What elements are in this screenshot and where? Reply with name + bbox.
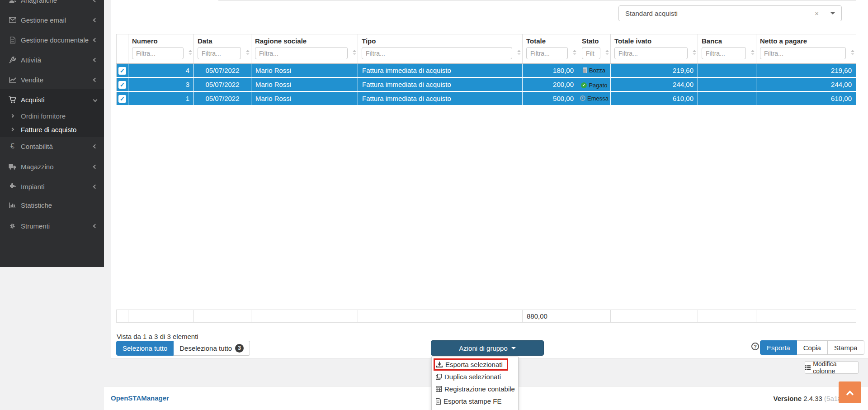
row-select-cell[interactable]: ✓ [117, 77, 128, 91]
sidebar-item-statistiche[interactable]: Statistiche [0, 198, 104, 212]
sidebar-item-anagrafiche[interactable]: Anagrafiche [0, 0, 104, 7]
table-row-selected[interactable]: ✓ 1 05/07/2022 Mario Rossi Fattura immed… [117, 91, 856, 105]
sidebar-item-acquisti[interactable]: Acquisti [0, 93, 104, 106]
menu-item-esporta-xml[interactable]: Esporta XML [432, 407, 518, 410]
cell-netto-a-pagare: 610,00 [756, 91, 856, 105]
table-totals-row: 880,00 [116, 310, 856, 323]
sort-icons[interactable] [851, 50, 854, 55]
sidebar-item-label: Contabilità [21, 143, 53, 150]
copy-icon [436, 374, 442, 380]
header-row: Numero Data Ragione sociale [117, 34, 856, 64]
sidebar-item-magazzino[interactable]: Magazzino [0, 160, 104, 173]
truck-icon [9, 164, 16, 170]
filter-input-totale[interactable] [526, 47, 568, 59]
check-square-icon: ✓ [118, 67, 126, 75]
filter-input-stato[interactable] [582, 47, 600, 59]
edit-columns-button[interactable]: Modifica colonne [805, 361, 859, 374]
group-actions-button[interactable]: Azioni di gruppo [431, 340, 544, 356]
filter-input-ragione-sociale[interactable] [255, 47, 348, 59]
export-button[interactable]: Esporta [760, 340, 797, 355]
help-icon[interactable]: ? [751, 343, 759, 350]
sort-icons[interactable] [605, 50, 609, 55]
sidebar-item-attivita[interactable]: Attività [0, 53, 104, 67]
row-select-cell[interactable]: ✓ [117, 63, 128, 77]
col-header-ragione-sociale[interactable]: Ragione sociale [251, 34, 358, 64]
cell-tipo: Fattura immediata di acquisto [358, 91, 523, 105]
menu-item-esporta-stampe-fe[interactable]: Esporta stampe FE [432, 395, 518, 407]
table-row-selected[interactable]: ✓ 4 05/07/2022 Mario Rossi Fattura immed… [117, 63, 856, 77]
cell-ragione-sociale: Mario Rossi [251, 63, 358, 77]
filter-input-banca[interactable] [702, 47, 746, 59]
filter-input-netto-a-pagare[interactable] [760, 47, 846, 59]
select-all-button[interactable]: Seleziona tutto [116, 341, 174, 356]
col-header-data[interactable]: Data [194, 34, 251, 64]
sidebar-subitem-fatture-di-acquisto[interactable]: Fatture di acquisto [0, 124, 104, 135]
cell-netto-a-pagare: 219,60 [756, 63, 856, 77]
chart-line-icon [9, 77, 16, 83]
row-select-cell[interactable]: ✓ [117, 91, 128, 105]
cell-numero: 3 [128, 77, 194, 91]
check-circle-icon: ✓ [581, 82, 587, 88]
sidebar-item-label: Impianti [21, 183, 45, 191]
sidebar-item-label: Attività [21, 56, 41, 64]
export-button-group: Esporta Copia Stampa [760, 340, 864, 355]
scroll-to-top-button[interactable] [839, 381, 861, 403]
sort-icons[interactable] [189, 50, 192, 55]
chevron-left-icon [93, 164, 98, 169]
cell-netto-a-pagare: 244,00 [756, 77, 856, 91]
sidebar-subitem-ordini-fornitore[interactable]: Ordini fornitore [0, 110, 104, 122]
totals-totale: 880,00 [523, 310, 578, 323]
col-header-select [117, 34, 128, 64]
sidebar-item-contabilita[interactable]: € Contabilità [0, 139, 104, 153]
clear-selection-icon[interactable]: × [815, 10, 819, 17]
cell-tipo: Fattura immediata di acquisto [358, 63, 523, 77]
status-badge: ✓Pagato [581, 82, 607, 89]
sort-icons[interactable] [693, 50, 696, 55]
cell-totale: 180,00 [523, 63, 578, 77]
col-header-totale-ivato[interactable]: Totale ivato [611, 34, 698, 64]
menu-item-duplica-selezionati[interactable]: Duplica selezionati [432, 371, 518, 383]
sidebar-subitem-label: Fatture di acquisto [21, 126, 76, 133]
filter-input-data[interactable] [198, 47, 241, 59]
menu-item-esporta-selezionati[interactable]: Esporta selezionati [432, 358, 518, 371]
sort-icons[interactable] [353, 50, 356, 55]
chevron-down-icon[interactable] [830, 12, 835, 14]
col-header-numero[interactable]: Numero [128, 34, 194, 64]
check-square-icon: ✓ [118, 95, 126, 103]
sidebar-item-label: Anagrafiche [21, 0, 57, 4]
sidebar-item-vendite[interactable]: Vendite [0, 73, 104, 86]
sort-icons[interactable] [573, 50, 576, 55]
sort-icons[interactable] [246, 50, 250, 55]
sort-icons[interactable] [517, 50, 521, 55]
deselect-all-button[interactable]: Deseleziona tutto 3 [174, 341, 250, 356]
filter-input-numero[interactable] [132, 47, 184, 59]
print-template-select[interactable]: Standard acquisti × [618, 5, 842, 21]
sidebar-item-gestione-documentale[interactable]: Gestione documentale [0, 33, 104, 47]
chevron-left-icon [93, 18, 98, 22]
table-row-selected[interactable]: ✓ 3 05/07/2022 Mario Rossi Fattura immed… [117, 77, 856, 91]
filter-input-tipo[interactable] [362, 47, 512, 59]
print-button[interactable]: Stampa [828, 340, 864, 355]
cell-tipo: Fattura immediata di acquisto [358, 77, 523, 91]
status-badge: Bozza [583, 67, 605, 74]
sidebar-subitem-label: Ordini fornitore [21, 112, 66, 120]
filter-input-totale-ivato[interactable] [614, 47, 688, 59]
col-header-tipo[interactable]: Tipo [358, 34, 523, 64]
cell-stato: Emessa [578, 91, 611, 105]
sidebar-item-impianti[interactable]: Impianti [0, 180, 104, 193]
col-header-banca[interactable]: Banca [698, 34, 756, 64]
sidebar-item-gestione-email[interactable]: Gestione email [0, 13, 104, 27]
sidebar-item-strumenti[interactable]: Strumenti [0, 219, 104, 233]
copy-button[interactable]: Copia [797, 340, 828, 355]
brand-link[interactable]: OpenSTAManager [111, 394, 169, 402]
menu-item-registrazione-contabile[interactable]: Registrazione contabile [432, 383, 518, 395]
chevron-down-icon [93, 97, 98, 102]
col-header-stato[interactable]: Stato [578, 34, 611, 64]
selection-button-group: Seleziona tutto Deseleziona tutto 3 [116, 341, 250, 356]
col-header-totale[interactable]: Totale [523, 34, 578, 64]
cell-data: 05/07/2022 [194, 77, 251, 91]
col-header-netto-a-pagare[interactable]: Netto a pagare [756, 34, 856, 64]
sidebar-item-label: Strumenti [21, 222, 50, 230]
sidebar-item-label: Magazzino [21, 163, 54, 171]
sort-icons[interactable] [751, 50, 755, 55]
